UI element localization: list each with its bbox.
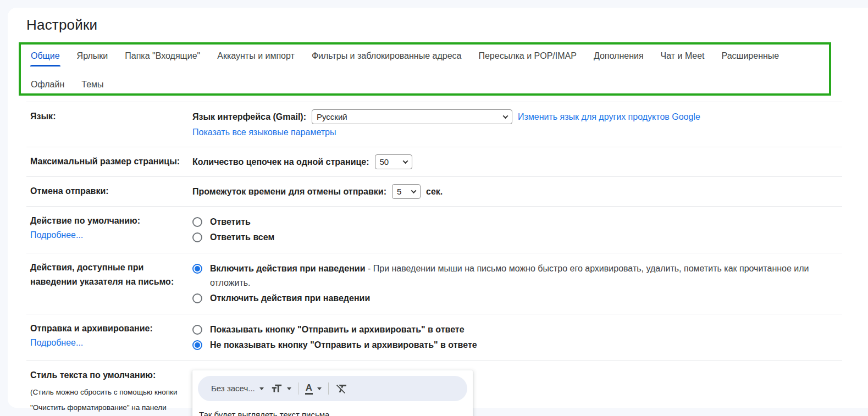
tab-filters-blocked[interactable]: Фильтры и заблокированные адреса <box>311 50 462 68</box>
text-style-note: (Стиль можно сбросить с помощью кнопки "… <box>30 385 192 416</box>
tab-labels[interactable]: Ярлыки <box>76 50 109 68</box>
option-show-send-archive: Показывать кнопку "Отправить и архивиров… <box>192 323 842 337</box>
toolbar-divider <box>328 382 329 395</box>
language-select-value: Русский <box>317 110 347 124</box>
font-family-value: Без засеч... <box>211 381 255 396</box>
reply-option-label: Ответить <box>210 215 251 229</box>
hide-send-archive-option-label: Не показывать кнопку "Отправить и архиви… <box>210 338 477 352</box>
reply-radio[interactable] <box>192 217 202 227</box>
row-hover-actions: Действия, доступные при наведении указат… <box>26 253 842 314</box>
option-reply-all: Ответить всем <box>192 230 842 245</box>
undo-send-row-label: Отмена отправки: <box>30 184 192 199</box>
show-send-archive-radio[interactable] <box>192 325 202 335</box>
text-color-menu[interactable]: A <box>305 383 322 395</box>
language-row-label: Язык: <box>30 109 192 140</box>
tab-row-1: Общие Ярлыки Папка "Входящие" Аккаунты и… <box>30 50 842 68</box>
option-reply: Ответить <box>192 215 842 229</box>
reply-all-radio[interactable] <box>192 232 202 242</box>
dropdown-arrow-icon <box>317 387 322 390</box>
remove-formatting-button[interactable] <box>335 382 349 395</box>
tab-addons[interactable]: Дополнения <box>593 50 644 68</box>
font-family-menu[interactable]: Без засеч... <box>211 381 264 396</box>
text-style-preview: Так будет выглядеть текст письма. <box>198 401 467 416</box>
undo-send-select-value: 5 <box>397 185 401 199</box>
chevron-down-icon <box>411 188 417 193</box>
show-send-archive-option-label: Показывать кнопку "Отправить и архивиров… <box>210 323 465 337</box>
chevron-down-icon <box>402 158 408 164</box>
format-clear-icon <box>335 382 349 395</box>
undo-send-suffix: сек. <box>426 185 443 199</box>
page-size-select-value: 50 <box>380 155 389 169</box>
enable-hover-option-label: Включить действия при наведении <box>210 264 366 273</box>
undo-send-select[interactable]: 5 <box>392 184 421 199</box>
settings-table: Язык: Язык интерфейса (Gmail): Русский И… <box>26 102 842 416</box>
tab-accounts-import[interactable]: Аккаунты и импорт <box>217 50 295 68</box>
default-action-learn-more-link[interactable]: Подробнее... <box>30 230 83 240</box>
row-send-archive: Отправка и архивирование: Подробнее... П… <box>26 314 842 361</box>
tab-chat-meet[interactable]: Чат и Meet <box>660 50 705 68</box>
row-page-size: Максимальный размер страницы: Количество… <box>26 147 842 177</box>
page-size-row-label: Максимальный размер страницы: <box>30 154 192 169</box>
format-size-icon <box>270 382 283 395</box>
send-archive-row-label: Отправка и архивирование: <box>30 321 192 336</box>
option-disable-hover: Отключить действия при наведении <box>192 291 842 306</box>
font-size-menu[interactable] <box>270 382 291 395</box>
text-style-row-label: Стиль текста по умолчанию: <box>30 368 192 382</box>
row-undo-send: Отмена отправки: Промежуток времени для … <box>26 177 842 207</box>
option-enable-hover: Включить действия при наведении - При на… <box>192 262 842 290</box>
settings-panel: Настройки Общие Ярлыки Папка "Входящие" … <box>8 8 868 408</box>
dropdown-arrow-icon <box>287 387 291 390</box>
text-style-editor: Без засеч... A <box>192 370 473 416</box>
default-action-row-label: Действие по умолчанию: <box>30 214 192 228</box>
show-all-language-options-link[interactable]: Показать все языковые параметры <box>192 127 336 137</box>
page-size-select[interactable]: 50 <box>375 154 412 169</box>
page-title: Настройки <box>8 8 868 34</box>
toolbar-divider <box>298 382 298 395</box>
chevron-down-icon <box>503 113 508 119</box>
tab-forwarding-pop-imap[interactable]: Пересылка и POP/IMAP <box>478 50 577 68</box>
option-hide-send-archive: Не показывать кнопку "Отправить и архиви… <box>192 338 842 352</box>
disable-hover-radio[interactable] <box>192 293 202 303</box>
settings-tabs: Общие Ярлыки Папка "Входящие" Аккаунты и… <box>26 42 842 102</box>
tab-themes[interactable]: Темы <box>81 79 104 96</box>
hide-send-archive-radio[interactable] <box>192 340 202 350</box>
enable-hover-radio[interactable] <box>192 264 202 274</box>
reply-all-option-label: Ответить всем <box>210 230 274 245</box>
hover-actions-row-label: Действия, доступные при наведении указат… <box>30 260 192 307</box>
tab-row-2: Офлайн Темы <box>30 79 842 96</box>
send-archive-learn-more-link[interactable]: Подробнее... <box>30 338 83 347</box>
tab-offline[interactable]: Офлайн <box>30 79 65 96</box>
text-color-icon: A <box>305 383 313 395</box>
language-field-label: Язык интерфейса (Gmail): <box>192 110 306 124</box>
dropdown-arrow-icon <box>259 387 264 390</box>
row-language: Язык: Язык интерфейса (Gmail): Русский И… <box>26 102 842 147</box>
tab-inbox[interactable]: Папка "Входящие" <box>124 50 201 68</box>
language-select[interactable]: Русский <box>312 109 512 124</box>
formatting-toolbar: Без засеч... A <box>198 376 467 401</box>
tab-general[interactable]: Общие <box>30 50 60 68</box>
disable-hover-option-label: Отключить действия при наведении <box>210 291 370 306</box>
undo-send-field-label: Промежуток времени для отмены отправки: <box>192 185 386 199</box>
tab-advanced[interactable]: Расширенные <box>721 50 780 68</box>
row-default-action: Действие по умолчанию: Подробнее... Отве… <box>26 207 842 253</box>
row-text-style: Стиль текста по умолчанию: (Стиль можно … <box>26 361 842 416</box>
change-language-link[interactable]: Изменить язык для других продуктов Googl… <box>518 110 700 124</box>
page-size-field-label: Количество цепочек на одной странице: <box>192 155 369 169</box>
